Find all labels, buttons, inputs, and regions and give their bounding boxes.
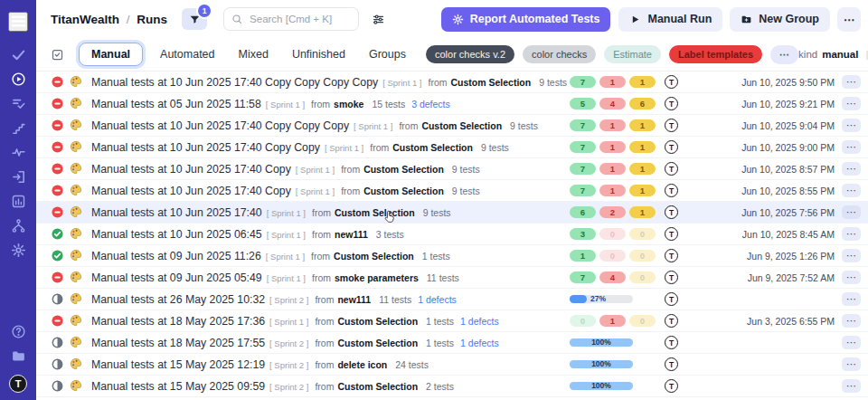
row-menu-button[interactable]: ⋯: [842, 119, 861, 132]
row-menu-button[interactable]: ⋯: [842, 357, 861, 371]
row-menu-button[interactable]: ⋯: [842, 205, 861, 219]
folder-icon: [11, 348, 26, 364]
sidebar-item-folder[interactable]: [8, 347, 28, 367]
run-title[interactable]: Manual tests at 18 May 2025 17:55: [91, 337, 265, 349]
table-row[interactable]: Manual tests at 05 Jun 2025 11:58[ Sprin…: [36, 93, 868, 115]
sidebar-item-import[interactable]: [8, 167, 28, 186]
breadcrumb-project[interactable]: TitanWealth: [51, 13, 119, 26]
sidebar-item-branch[interactable]: [8, 215, 28, 235]
sidebar-item-list-check[interactable]: [8, 93, 28, 113]
row-menu-button[interactable]: ⋯: [842, 227, 861, 241]
tag-pill[interactable]: Estimate: [604, 45, 661, 63]
table-row[interactable]: Manual tests at 26 May 2025 10:32[ Sprin…: [36, 289, 868, 310]
palette-icon: [70, 184, 83, 197]
filter-button[interactable]: 1: [182, 8, 207, 30]
table-row[interactable]: Manual tests at 10 Jun 2025 17:40 Copy C…: [36, 137, 868, 158]
sidebar-item-help-circle[interactable]: [8, 322, 28, 342]
sidebar-item-check[interactable]: [8, 44, 28, 64]
run-title[interactable]: Manual tests at 10 Jun 2025 17:40 Copy: [91, 163, 291, 176]
sidebar-item-pulse[interactable]: [8, 142, 28, 162]
run-main: Manual tests at 10 Jun 2025 17:40 Copy[ …: [52, 184, 570, 197]
table-row[interactable]: Manual tests at 09 Jun 2025 11:26[ Sprin…: [36, 245, 868, 267]
run-title[interactable]: Manual tests at 18 May 2025 17:36: [91, 315, 265, 328]
run-title[interactable]: Manual tests at 10 Jun 2025 17:40: [91, 206, 262, 219]
run-title[interactable]: Manual tests at 15 May 2025 12:19: [91, 358, 265, 371]
row-menu-button[interactable]: ⋯: [842, 379, 861, 393]
tab-unfinished[interactable]: Unfinished: [280, 43, 357, 65]
tag-pill[interactable]: ⋯: [770, 45, 798, 64]
search-box[interactable]: [223, 7, 359, 31]
table-row[interactable]: Manual tests at 10 Jun 2025 17:40 Copy[ …: [36, 180, 868, 202]
table-row[interactable]: Manual tests at 10 Jun 2025 17:40 Copy C…: [36, 115, 868, 137]
row-menu-button[interactable]: ⋯: [842, 336, 861, 349]
row-menu-button[interactable]: ⋯: [842, 97, 861, 110]
run-title[interactable]: Manual tests at 09 Jun 2025 05:49: [91, 271, 262, 284]
tag-pill[interactable]: color checks: [523, 45, 596, 63]
run-timestamp: Jun 9, 2025 1:26 PM: [747, 251, 835, 262]
user-avatar[interactable]: T: [9, 375, 27, 393]
row-menu-button[interactable]: ⋯: [842, 184, 861, 197]
table-row[interactable]: Manual tests at 09 Jun 2025 05:49[ Sprin…: [36, 267, 868, 289]
run-title[interactable]: Manual tests at 10 Jun 2025 06:45: [91, 228, 262, 241]
run-title[interactable]: Manual tests at 10 Jun 2025 17:40 Copy C…: [91, 119, 349, 132]
sidebar-item-play-circle[interactable]: [8, 69, 28, 89]
filters-settings-button[interactable]: [370, 11, 387, 28]
table-row[interactable]: Manual tests at 15 May 2025 12:19[ Sprin…: [36, 354, 868, 376]
run-main: Manual tests at 10 Jun 2025 17:40[ Sprin…: [52, 205, 570, 219]
report-automated-tests-button[interactable]: Report Automated Tests: [441, 7, 611, 32]
table-row[interactable]: Manual tests at 10 Jun 2025 06:45[ Sprin…: [36, 224, 868, 245]
table-row[interactable]: Manual tests at 18 May 2025 17:55[ Sprin…: [36, 332, 868, 354]
menu-icon: [10, 13, 27, 30]
row-menu-button[interactable]: ⋯: [842, 140, 861, 154]
run-stats: 546: [570, 98, 665, 110]
table-row[interactable]: Manual tests at 10 Jun 2025 17:40 Copy C…: [36, 71, 868, 93]
row-menu-button[interactable]: ⋯: [842, 75, 861, 89]
run-main: Manual tests at 18 May 2025 17:36[ Sprin…: [52, 314, 570, 328]
help-circle-icon: [11, 324, 26, 339]
run-defects-link[interactable]: 3 defects: [411, 99, 450, 110]
run-tests-count: 11 tests: [427, 272, 459, 283]
run-main: Manual tests at 05 Jun 2025 11:58[ Sprin…: [52, 97, 570, 110]
progress-label: 100%: [570, 360, 633, 368]
tab-automated[interactable]: Automated: [148, 43, 226, 65]
hamburger-menu-button[interactable]: [8, 12, 28, 32]
filter-count-badge: 1: [196, 3, 212, 19]
table-row[interactable]: Manual tests at 10 Jun 2025 17:40 Copy[ …: [36, 158, 868, 180]
sidebar-item-bar-chart[interactable]: [8, 191, 28, 211]
run-title[interactable]: Manual tests at 05 Jun 2025 11:58: [91, 98, 261, 110]
bar-chart-icon: [11, 194, 26, 209]
tag-pill[interactable]: Label templates: [669, 45, 762, 63]
run-defects-link[interactable]: 1 defects: [418, 294, 457, 305]
run-title[interactable]: Manual tests at 26 May 2025 10:32: [91, 293, 265, 306]
run-timestamp: Jun 10, 2025 9:50 PM: [741, 77, 835, 88]
run-defects-link[interactable]: 1 defects: [460, 338, 499, 348]
row-menu-button[interactable]: ⋯: [842, 249, 861, 262]
count-badge-y: 0: [629, 228, 656, 240]
tab-groups[interactable]: Groups: [357, 43, 418, 65]
row-menu-button[interactable]: ⋯: [842, 271, 861, 284]
run-title[interactable]: Manual tests at 10 Jun 2025 17:40 Copy: [91, 185, 291, 197]
run-title[interactable]: Manual tests at 15 May 2025 09:59: [91, 380, 265, 393]
run-defects-link[interactable]: 1 defects: [460, 316, 499, 327]
sidebar-item-steps[interactable]: [8, 118, 28, 138]
table-row[interactable]: Manual tests at 18 May 2025 17:36[ Sprin…: [36, 310, 868, 332]
row-menu-button[interactable]: ⋯: [842, 162, 861, 176]
new-group-button[interactable]: New Group: [730, 7, 830, 32]
row-menu-button[interactable]: ⋯: [842, 314, 861, 328]
tab-mixed[interactable]: Mixed: [227, 43, 280, 65]
table-row[interactable]: Manual tests at 10 Jun 2025 17:40[ Sprin…: [36, 202, 868, 224]
header-more-button[interactable]: ⋯: [837, 7, 861, 32]
sidebar-item-gear[interactable]: [8, 240, 28, 260]
run-title[interactable]: Manual tests at 10 Jun 2025 17:40 Copy C…: [91, 141, 320, 154]
table-row[interactable]: Manual tests at 15 May 2025 09:59[ Sprin…: [36, 376, 868, 397]
tag-pill[interactable]: color checks v.2: [426, 45, 514, 63]
search-input[interactable]: [248, 13, 351, 25]
run-source: Custom Selection: [337, 338, 418, 348]
run-stats: 100%: [570, 338, 665, 347]
count-badge-y: 0: [629, 250, 656, 262]
run-title[interactable]: Manual tests at 10 Jun 2025 17:40 Copy C…: [91, 76, 378, 89]
run-title[interactable]: Manual tests at 09 Jun 2025 11:26: [91, 250, 261, 262]
row-menu-button[interactable]: ⋯: [842, 292, 861, 306]
tab-manual[interactable]: Manual: [79, 43, 143, 66]
manual-run-button[interactable]: Manual Run: [618, 7, 722, 32]
